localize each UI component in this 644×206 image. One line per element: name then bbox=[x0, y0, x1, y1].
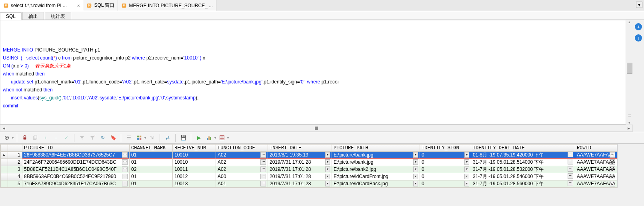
ellipsis-icon[interactable]: ⋯ bbox=[260, 159, 266, 165]
cell[interactable]: 01 bbox=[130, 152, 173, 159]
grid-view-icon[interactable] bbox=[135, 133, 144, 142]
scroll-thumb[interactable] bbox=[627, 63, 632, 74]
chevron-down-icon[interactable]: ▾ bbox=[413, 181, 418, 186]
sort-desc-icon[interactable]: × bbox=[88, 133, 97, 142]
cell[interactable]: ⋯31-7月 -19 05.01.28.546000 下午 bbox=[471, 173, 575, 180]
col-rowid[interactable]: ROWID bbox=[575, 145, 617, 152]
chevron-down-icon[interactable]: ▾ bbox=[325, 181, 330, 186]
cell[interactable]: ▾0 bbox=[420, 152, 471, 159]
cell[interactable]: ⋯8BB5963AFC0B4C69B0C524FC9F217960 bbox=[22, 173, 130, 180]
save-icon[interactable]: 💾 bbox=[179, 133, 188, 142]
chevron-down-icon[interactable]: ▾ bbox=[464, 166, 469, 172]
cell[interactable]: ▾E:\picture\bank2.jpg bbox=[332, 166, 420, 173]
dropdown-icon[interactable]: ▾ bbox=[227, 136, 229, 140]
tab-sql[interactable]: SQL bbox=[0, 12, 22, 20]
chevron-down-icon[interactable]: ▾ bbox=[325, 159, 330, 165]
cell[interactable]: ⋯A02 bbox=[216, 152, 268, 159]
ellipsis-icon[interactable]: ⋯ bbox=[568, 173, 573, 179]
cell[interactable]: ▾2019/8/1 19:35:19 bbox=[268, 152, 332, 159]
close-icon[interactable]: × bbox=[77, 3, 80, 8]
filter-icon[interactable] bbox=[78, 133, 86, 142]
copy-icon[interactable] bbox=[31, 133, 40, 142]
chevron-down-icon[interactable]: ▾ bbox=[464, 181, 469, 186]
tabs-dropdown-button[interactable]: ▾ bbox=[636, 2, 642, 8]
cell[interactable]: ▾2019/7/31 17:01:28 bbox=[268, 159, 332, 166]
row-number[interactable]: 3 bbox=[8, 166, 22, 173]
row-pointer[interactable] bbox=[1, 166, 8, 173]
expand-down-button[interactable]: ↓ bbox=[635, 34, 642, 42]
table-row[interactable]: 3⋯5D88EAF5211B4C1A85B6C1C0498C540F021001… bbox=[1, 166, 617, 173]
chevron-down-icon[interactable]: ▾ bbox=[413, 166, 418, 172]
row-pointer[interactable]: ▸ bbox=[1, 152, 8, 159]
col-function-code[interactable]: FUNCTION_CODE bbox=[216, 145, 268, 152]
editor-vertical-scrollbar[interactable]: ▴ ≡ ▾ bbox=[626, 20, 633, 125]
chevron-down-icon[interactable]: ▾ bbox=[413, 174, 418, 179]
cell[interactable]: ⋯A01 bbox=[216, 180, 268, 188]
export-icon[interactable]: ⇲ bbox=[148, 133, 156, 142]
ellipsis-icon[interactable]: ⋯ bbox=[122, 174, 128, 179]
row-number[interactable]: 2 bbox=[8, 159, 22, 166]
cell[interactable]: ⋯A02 bbox=[216, 159, 268, 166]
row-number[interactable]: 5 bbox=[8, 180, 22, 188]
cell[interactable]: ▾2019/7/31 17:01:28 bbox=[268, 166, 332, 173]
table-row[interactable]: ▸1⋯26F988380A6F4EE7B8BCD387376525C701100… bbox=[1, 152, 617, 159]
editor-horizontal-scrollbar[interactable]: ◂ ▸ bbox=[0, 125, 633, 132]
cell[interactable]: 01 bbox=[130, 180, 173, 188]
col-channel-mark[interactable]: CHANNEL_MARK bbox=[130, 145, 173, 152]
add-button[interactable]: ＋ bbox=[635, 23, 642, 30]
cell[interactable]: 10010 bbox=[173, 152, 216, 159]
cell[interactable]: 10013 bbox=[173, 180, 216, 188]
ellipsis-icon[interactable]: ⋯ bbox=[122, 152, 128, 158]
lock-icon[interactable] bbox=[20, 133, 29, 142]
dropdown-icon[interactable]: ▾ bbox=[12, 136, 14, 140]
ellipsis-icon[interactable]: ⋯ bbox=[568, 159, 573, 164]
col-identify-deal-date[interactable]: IDENTIFY_DEAL_DATE bbox=[471, 145, 575, 152]
gear-icon[interactable] bbox=[2, 133, 11, 142]
chevron-down-icon[interactable]: ▾ bbox=[325, 174, 330, 179]
cell[interactable]: ⋯AAAWE7AAFAAA bbox=[575, 166, 617, 173]
sql-editor[interactable]: MERGE INTO PICTURE_SOURCE_PATH p1USING (… bbox=[0, 20, 633, 125]
tab-output[interactable]: 输出 bbox=[22, 12, 44, 20]
cell[interactable]: ▾0 bbox=[420, 166, 471, 173]
cell[interactable]: 10012 bbox=[173, 173, 216, 180]
ellipsis-icon[interactable]: ⋯ bbox=[568, 180, 573, 186]
cell[interactable]: ⋯31-7月 -19 05.01.28.514000 下午 bbox=[471, 159, 575, 166]
cell[interactable]: ▾2019/7/31 17:01:28 bbox=[268, 173, 332, 180]
cell[interactable]: ⋯26F988380A6F4EE7B8BCD387376525C7 bbox=[22, 152, 130, 159]
scroll-up-icon[interactable]: ▴ bbox=[628, 20, 630, 24]
file-tab-1[interactable]: S select t.*,t.rowid from PI ... × bbox=[0, 0, 83, 11]
chevron-down-icon[interactable]: ▾ bbox=[413, 152, 418, 158]
row-pointer[interactable] bbox=[1, 180, 8, 188]
ellipsis-icon[interactable]: ⋯ bbox=[122, 181, 128, 186]
row-number[interactable]: 1 bbox=[8, 152, 22, 159]
cell[interactable]: ⋯A00 bbox=[216, 173, 268, 180]
cell[interactable]: ⋯A02 bbox=[216, 166, 268, 173]
cell[interactable]: ▾E:\picture\bank.jpg bbox=[332, 152, 420, 159]
cell[interactable]: ⋯5D88EAF5211B4C1A85B6C1C0498C540F bbox=[22, 166, 130, 173]
table-row[interactable]: 2⋯24F2A6F72006485690DD1E74DCD643BC011001… bbox=[1, 159, 617, 166]
scroll-right-icon[interactable]: ▸ bbox=[625, 125, 632, 131]
cell[interactable]: 10011 bbox=[173, 166, 216, 173]
link-icon[interactable]: ⇄ bbox=[163, 133, 172, 142]
cell[interactable]: ⋯01-8月 -19 07.35.19.420000 下午 bbox=[471, 152, 575, 159]
col-picture-path[interactable]: PICTURE_PATH bbox=[332, 145, 420, 152]
cell[interactable]: ▾E:\picture\idCardFront.jpg bbox=[332, 173, 420, 180]
tab-stats[interactable]: 统计表 bbox=[45, 12, 71, 20]
file-tab-3[interactable]: S MERGE INTO PICTURE_SOURCE_ ... bbox=[118, 0, 216, 11]
cell[interactable]: ⋯AAAWE7AAFAAA bbox=[575, 173, 617, 180]
cell[interactable]: ▾0 bbox=[420, 159, 471, 166]
scroll-left-icon[interactable]: ◂ bbox=[0, 125, 8, 131]
ellipsis-icon[interactable]: ⋯ bbox=[260, 166, 266, 172]
cell[interactable]: ▾0 bbox=[420, 180, 471, 188]
ellipsis-icon[interactable]: ⋯ bbox=[568, 166, 573, 172]
ellipsis-icon[interactable]: ⋯ bbox=[122, 166, 128, 172]
cell[interactable]: ⋯24F2A6F72006485690DD1E74DCD643BC bbox=[22, 159, 130, 166]
cell[interactable]: 02 bbox=[130, 166, 173, 173]
cell[interactable]: ⋯31-7月 -19 05.01.28.560000 下午 bbox=[471, 180, 575, 188]
cell[interactable]: ⋯AAAWE7AAFAAA bbox=[575, 180, 617, 188]
cell[interactable]: 01 bbox=[130, 173, 173, 180]
dropdown-icon[interactable]: ▾ bbox=[144, 136, 146, 140]
commit-icon[interactable]: ✓ bbox=[62, 133, 71, 142]
ellipsis-icon[interactable]: ⋯ bbox=[260, 152, 266, 158]
col-insert-date[interactable]: INSERT_DATE bbox=[268, 145, 332, 152]
